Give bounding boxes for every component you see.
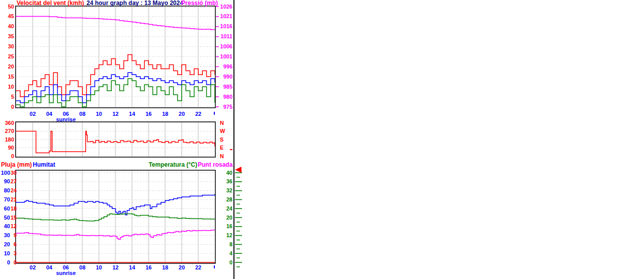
rain-tick: 6 [11, 242, 17, 247]
end-of-day-tick-bottom [214, 265, 215, 268]
wind-speed-tick: 20 [1, 64, 14, 69]
pressure-tick: 1001 [219, 54, 232, 59]
hour-label: 16 [143, 111, 153, 117]
wind-speed-tick: 30 [1, 44, 14, 49]
hour-label: 16 [143, 265, 153, 270]
wind-speed-tick: 45 [1, 14, 14, 19]
humidity-tick: 40 [0, 224, 10, 229]
temperature-tick: 36 [220, 179, 232, 184]
humidity-tick: 20 [0, 242, 10, 247]
rain-tick: 0 [11, 260, 17, 265]
wind-speed-tick: 10 [1, 84, 14, 90]
hour-label: 18 [160, 265, 170, 270]
direction-compass-tick: W [220, 128, 230, 134]
pressure-axis-title: Pressió (mb) [166, 0, 218, 6]
wind-speed-tick: 25 [1, 54, 14, 59]
humidity-tick: 90 [0, 179, 10, 184]
humidity-axis-title: Humitat [33, 162, 55, 168]
weather-graph-window: Velocitat del vent (kmh) 24 hour graph d… [0, 0, 644, 279]
wind-speed-tick: 40 [1, 24, 14, 29]
hour-label: 18 [160, 111, 170, 117]
wind-speed-tick: 0 [1, 104, 14, 110]
wind-speed-tick: 5 [1, 94, 14, 100]
direction-deg-tick: 360 [1, 120, 14, 126]
pressure-tick: 985 [219, 84, 232, 90]
hour-label: 14 [127, 111, 137, 117]
rain-tick: 18 [11, 206, 17, 212]
humidity-tick: 30 [0, 233, 10, 238]
humidity-tick: 0 [0, 260, 10, 265]
charts-canvas [0, 0, 644, 279]
end-of-day-tick-top [214, 112, 215, 115]
temperature-tick: 16 [220, 224, 232, 229]
direction-compass-tick: S [220, 137, 230, 143]
temperature-tick: 32 [220, 188, 232, 193]
humidity-tick: 80 [0, 188, 10, 193]
hour-label: 14 [127, 265, 137, 270]
right-separator-line [233, 0, 234, 279]
pressure-tick: 996 [219, 64, 232, 69]
temperature-tick: 20 [220, 215, 232, 221]
humidity-tick: 50 [0, 215, 10, 221]
hour-label: 22 [193, 265, 203, 270]
hour-label: 02 [28, 265, 38, 270]
hour-label: 04 [44, 265, 54, 270]
rain-tick: 3 [11, 251, 17, 256]
sunrise-annotation-bottom: sunrise [51, 270, 81, 276]
wind-axis-title: Velocitat del vent (kmh) [17, 0, 84, 6]
rain-tick: 30 [11, 170, 17, 176]
rain-tick: 9 [11, 233, 17, 238]
wind-speed-tick: 50 [1, 4, 14, 10]
hour-label: 20 [177, 265, 187, 270]
rain-tick: 15 [11, 215, 17, 221]
temperature-tick: 28 [220, 197, 232, 202]
direction-deg-tick: 0 [1, 154, 14, 159]
direction-compass-tick: N [220, 120, 230, 126]
wind-speed-tick: 35 [1, 34, 14, 39]
hour-label: 06 [61, 265, 71, 270]
dew-point-axis-title: Punt rosada [198, 162, 232, 168]
rain-axis-title: Pluja (mm) [1, 162, 32, 168]
rain-tick: 27 [11, 179, 17, 184]
direction-deg-tick: 180 [1, 137, 14, 143]
hour-label: 22 [193, 111, 203, 117]
pressure-tick: 980 [219, 94, 232, 100]
direction-deg-tick: 270 [1, 128, 14, 134]
pressure-tick: 1021 [219, 14, 232, 19]
humidity-tick: 10 [0, 251, 10, 256]
rain-tick: 12 [11, 224, 17, 229]
hour-label: 08 [77, 111, 88, 117]
temperature-tick: 24 [220, 206, 232, 212]
temperature-axis-title: Temperatura (°C) [121, 162, 197, 168]
temperature-tick: 4 [220, 251, 232, 256]
temperature-tick: 8 [220, 242, 232, 247]
hour-label: 04 [44, 111, 54, 117]
hour-label: 10 [94, 265, 104, 270]
humidity-tick: 100 [0, 170, 10, 176]
direction-compass-tick: E [220, 145, 230, 151]
direction-minor-tick [230, 149, 232, 150]
sunrise-annotation-top: sunrise [51, 117, 81, 122]
pressure-tick: 1026 [219, 4, 232, 10]
rain-tick: 24 [11, 188, 17, 193]
pressure-tick: 1016 [219, 24, 232, 29]
hour-label: 08 [77, 265, 88, 270]
humidity-tick: 60 [0, 206, 10, 212]
temperature-tick: 40 [220, 170, 232, 176]
pressure-tick: 1011 [219, 34, 232, 39]
pressure-tick: 990 [219, 74, 232, 80]
wind-speed-tick: 15 [1, 74, 14, 80]
current-temperature-arrow-icon [235, 167, 242, 173]
direction-compass-tick: N [220, 154, 230, 159]
hour-label: 06 [61, 111, 71, 117]
rain-tick: 21 [11, 197, 17, 202]
hour-label: 20 [177, 111, 187, 117]
temperature-tick: 0 [220, 260, 232, 265]
hour-label: 02 [28, 111, 38, 117]
humidity-tick: 70 [0, 197, 10, 202]
pressure-tick: 1006 [219, 44, 232, 49]
hour-label: 12 [111, 111, 121, 117]
hour-label: 12 [111, 265, 121, 270]
pressure-tick: 975 [219, 104, 232, 110]
direction-deg-tick: 90 [1, 145, 14, 151]
